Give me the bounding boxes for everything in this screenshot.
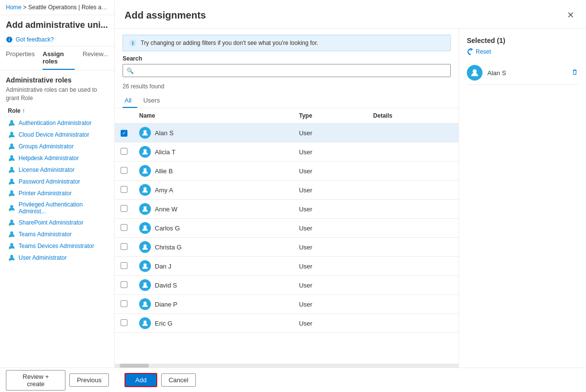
- role-link-helpdesk[interactable]: Helpdesk Administrator: [19, 155, 79, 162]
- role-link-printer[interactable]: Printer Administrator: [19, 190, 72, 197]
- row-checkbox[interactable]: [121, 319, 127, 326]
- row-checkbox[interactable]: [121, 205, 127, 212]
- role-item-authentication[interactable]: Authentication Administrator: [6, 117, 108, 129]
- role-link-user-admin[interactable]: User Administrator: [19, 254, 67, 261]
- filter-tab-all[interactable]: All: [123, 94, 137, 108]
- svg-point-33: [144, 282, 146, 285]
- table-row[interactable]: Carlos GUser: [115, 219, 459, 238]
- user-role-icon: [8, 254, 16, 262]
- role-link-authentication[interactable]: Authentication Administrator: [19, 120, 91, 126]
- tab-properties[interactable]: Properties: [6, 46, 35, 70]
- role-item-privileged-auth[interactable]: Privileged Authentication Administ...: [6, 199, 108, 217]
- row-checkbox[interactable]: [121, 130, 127, 137]
- table-row[interactable]: Alicia TUser: [115, 143, 459, 162]
- row-name-text: Amy A: [155, 186, 173, 194]
- feedback-label: Got feedback?: [16, 36, 54, 43]
- table-row[interactable]: Dan JUser: [115, 257, 459, 276]
- info-bar: Try changing or adding filters if you do…: [123, 35, 451, 51]
- user-role-icon: [8, 178, 16, 186]
- table-row[interactable]: David SUser: [115, 276, 459, 295]
- row-details: [367, 181, 459, 200]
- modal-body: Try changing or adding filters if you do…: [115, 29, 586, 368]
- role-item-groups[interactable]: Groups Administrator: [6, 141, 108, 152]
- svg-point-35: [144, 320, 146, 323]
- cancel-button[interactable]: Cancel: [161, 373, 195, 387]
- tabs-row: Properties Assign roles Review...: [0, 46, 114, 70]
- row-checkbox[interactable]: [121, 167, 127, 174]
- search-input[interactable]: [123, 64, 451, 77]
- modal-header: Add assignments ✕: [115, 0, 586, 29]
- role-item-sharepoint[interactable]: SharePoint Administrator: [6, 217, 108, 228]
- row-name: Christa G: [133, 238, 293, 257]
- role-item-helpdesk[interactable]: Helpdesk Administrator: [6, 152, 108, 164]
- reset-label: Reset: [476, 48, 491, 55]
- results-table-wrap[interactable]: Name Type Details Alan SUserAlicia TUser…: [115, 108, 459, 364]
- row-checkbox[interactable]: [121, 300, 127, 307]
- add-button[interactable]: Add: [125, 373, 157, 387]
- table-row[interactable]: Diane PUser: [115, 295, 459, 314]
- role-header: Role ↑: [6, 107, 108, 114]
- role-item-cloud-device[interactable]: Cloud Device Administrator: [6, 129, 108, 141]
- row-name: Allie B: [133, 162, 293, 181]
- user-role-icon: [8, 166, 16, 174]
- row-details: [367, 124, 459, 143]
- hscroll-thumb[interactable]: [120, 364, 149, 368]
- admin-roles-title: Administrative roles: [6, 76, 108, 84]
- role-item-teams-devices[interactable]: Teams Devices Administrator: [6, 240, 108, 252]
- search-icon: 🔍: [126, 67, 134, 74]
- row-type: User: [293, 276, 367, 295]
- previous-button[interactable]: Previous: [69, 373, 109, 387]
- tab-review[interactable]: Review...: [83, 46, 108, 70]
- row-checkbox[interactable]: [121, 243, 127, 250]
- row-checkbox[interactable]: [121, 224, 127, 231]
- row-name: Diane P: [133, 295, 293, 314]
- avatar: [139, 222, 151, 234]
- role-link-teams-devices[interactable]: Teams Devices Administrator: [19, 243, 94, 249]
- role-link-privileged-auth[interactable]: Privileged Authentication Administ...: [19, 201, 106, 215]
- close-button[interactable]: ✕: [565, 8, 576, 22]
- table-row[interactable]: Allie BUser: [115, 162, 459, 181]
- reset-button[interactable]: Reset: [467, 48, 578, 55]
- table-row[interactable]: Christa GUser: [115, 238, 459, 257]
- row-checkbox[interactable]: [121, 148, 127, 155]
- horizontal-scrollbar[interactable]: [115, 364, 459, 368]
- role-link-password[interactable]: Password Administrator: [19, 178, 80, 185]
- user-role-icon: [8, 219, 16, 227]
- role-link-sharepoint[interactable]: SharePoint Administrator: [19, 219, 84, 226]
- row-checkbox[interactable]: [121, 262, 127, 269]
- user-avatar-icon: [470, 68, 480, 78]
- role-item-user-admin[interactable]: User Administrator: [6, 252, 108, 264]
- role-link-cloud-device[interactable]: Cloud Device Administrator: [19, 131, 89, 138]
- role-link-license[interactable]: License Administrator: [19, 166, 75, 173]
- filter-tab-users[interactable]: Users: [141, 94, 166, 108]
- row-name-text: Eric G: [155, 320, 172, 327]
- svg-point-17: [9, 224, 11, 226]
- role-link-groups[interactable]: Groups Administrator: [19, 143, 74, 150]
- role-item-printer[interactable]: Printer Administrator: [6, 187, 108, 199]
- breadcrumb-home[interactable]: Home: [6, 4, 21, 11]
- row-checkbox[interactable]: [121, 281, 127, 288]
- table-row[interactable]: Amy AUser: [115, 181, 459, 200]
- row-type: User: [293, 181, 367, 200]
- table-row[interactable]: Alan SUser: [115, 124, 459, 143]
- table-row[interactable]: Anne WUser: [115, 200, 459, 219]
- avatar: [139, 317, 151, 329]
- avatar: [139, 260, 151, 272]
- row-checkbox[interactable]: [121, 186, 127, 193]
- svg-point-1: [9, 124, 11, 126]
- tab-assign-roles[interactable]: Assign roles: [42, 46, 75, 70]
- role-item-teams[interactable]: Teams Administrator: [6, 228, 108, 240]
- table-row[interactable]: Eric GUser: [115, 314, 459, 333]
- role-item-license[interactable]: License Administrator: [6, 164, 108, 176]
- review-create-button[interactable]: Review + create: [6, 370, 65, 391]
- role-item-password[interactable]: Password Administrator: [6, 176, 108, 187]
- svg-point-32: [144, 263, 146, 266]
- row-type: User: [293, 200, 367, 219]
- feedback-bar[interactable]: Got feedback?: [0, 33, 114, 46]
- row-name: Anne W: [133, 200, 293, 219]
- role-link-teams[interactable]: Teams Administrator: [19, 231, 72, 238]
- delete-selected-user-button[interactable]: [571, 69, 578, 77]
- breadcrumb: Home > Seattle Operations | Roles and...: [0, 0, 114, 15]
- svg-point-25: [144, 130, 146, 133]
- svg-point-31: [144, 244, 146, 247]
